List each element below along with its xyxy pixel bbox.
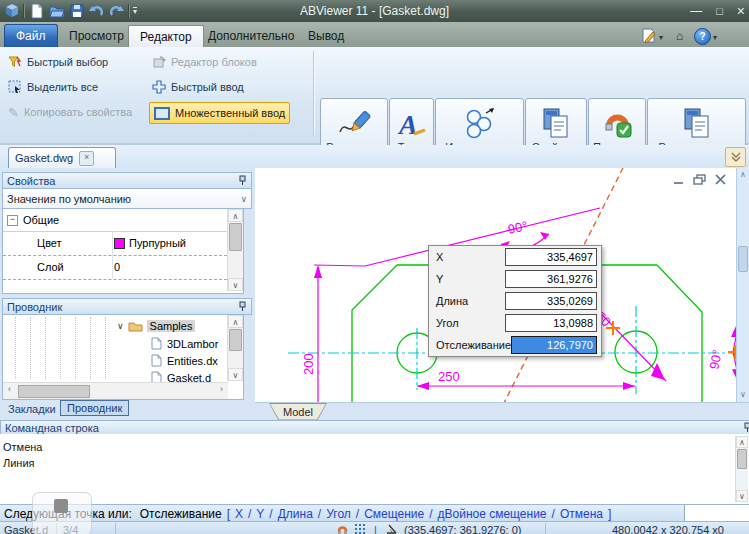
ortho-toggle-icon[interactable]: | bbox=[374, 524, 377, 534]
drawing-area[interactable]: 200 250 Ø50 90° 90° X335,4697 Y361,9276 … bbox=[255, 168, 749, 402]
folder-icon bbox=[128, 319, 143, 332]
color-property-row[interactable]: Цвет Пурпурный bbox=[3, 231, 227, 256]
minimize-button[interactable]: — bbox=[690, 4, 702, 18]
prompt-option-cancel[interactable]: Отмена bbox=[560, 507, 603, 521]
snap-toggle-icon[interactable] bbox=[336, 523, 348, 534]
multiple-input-button[interactable]: Множественный ввод bbox=[149, 102, 290, 124]
scroll-down-icon[interactable]: ∨ bbox=[228, 278, 243, 291]
tab-view[interactable]: Просмотр bbox=[58, 25, 135, 47]
length-value-field[interactable]: 335,0269 bbox=[505, 292, 597, 310]
scrollbar-thumb[interactable] bbox=[229, 329, 242, 351]
scroll-down-icon[interactable]: ∨ bbox=[736, 490, 748, 502]
pin-icon[interactable] bbox=[238, 175, 247, 186]
double-chevron-down-icon bbox=[730, 151, 742, 163]
mdi-window-buttons bbox=[672, 174, 727, 185]
tracking-value-field[interactable]: 126,7970 bbox=[511, 336, 597, 354]
scroll-up-icon[interactable]: ∧ bbox=[228, 315, 243, 328]
tab-bookmarks[interactable]: Закладки bbox=[8, 403, 56, 415]
scroll-right-icon[interactable]: › bbox=[215, 384, 228, 394]
pencil-icon: ✎ bbox=[8, 105, 19, 120]
help-dropdown-icon[interactable]: ▾ bbox=[713, 33, 717, 42]
tree-node-file[interactable]: 3DLambor bbox=[151, 337, 218, 350]
angle-value-field[interactable]: 13,0988 bbox=[505, 314, 597, 332]
title-bar: ▾ ABViewer 11 - [Gasket.dwg] — □ × bbox=[0, 0, 749, 22]
mdi-restore-icon[interactable] bbox=[693, 174, 706, 185]
prompt-option-double-offset[interactable]: дВойное смещение bbox=[438, 507, 547, 521]
quick-input-button[interactable]: Быстрый ввод bbox=[152, 78, 244, 96]
scroll-down-icon[interactable]: ∨ bbox=[228, 368, 243, 381]
tooltip-row: X335,4697 bbox=[429, 246, 601, 268]
properties-panel-header[interactable]: Свойства bbox=[2, 172, 252, 189]
dim-200: 200 bbox=[301, 353, 316, 375]
canvas-vscrollbar[interactable]: ∧ ∨ bbox=[736, 168, 749, 402]
copy-properties-button[interactable]: ✎ Копировать свойства bbox=[8, 103, 132, 121]
properties-scrollbar[interactable]: ∧ ∨ bbox=[227, 209, 243, 291]
command-panel-header[interactable]: Командная строка bbox=[0, 420, 749, 435]
properties-group-row[interactable]: − Общие bbox=[3, 209, 227, 232]
scrollbar-thumb[interactable] bbox=[738, 246, 748, 272]
minimize-ribbon-icon[interactable]: ⌂ bbox=[676, 29, 683, 43]
pin-icon[interactable] bbox=[238, 301, 247, 312]
y-value-field[interactable]: 361,9276 bbox=[505, 270, 597, 288]
angle-toggle-icon[interactable] bbox=[385, 523, 398, 534]
scroll-up-icon[interactable]: ∧ bbox=[737, 169, 749, 181]
tree-node-samples[interactable]: ∨ Samples bbox=[117, 319, 195, 332]
prompt-option-offset[interactable]: Смещение bbox=[364, 507, 424, 521]
scroll-up-icon[interactable]: ∧ bbox=[736, 436, 748, 448]
tab-explorer[interactable]: Проводник bbox=[60, 400, 129, 416]
edit-mode-icon[interactable] bbox=[641, 28, 657, 45]
tab-overflow-button[interactable] bbox=[725, 147, 746, 167]
tree-node-file[interactable]: Entities.dx bbox=[151, 354, 218, 367]
tab-editor[interactable]: Редактор bbox=[128, 25, 204, 48]
select-all-button[interactable]: Выделить все bbox=[8, 78, 98, 96]
collapse-icon[interactable]: − bbox=[7, 215, 18, 226]
mdi-minimize-icon[interactable] bbox=[672, 174, 685, 185]
color-swatch bbox=[114, 238, 125, 249]
edit-mode-dropdown-icon[interactable]: ▾ bbox=[659, 33, 663, 42]
select-all-icon bbox=[8, 80, 22, 94]
file-icon bbox=[151, 337, 162, 350]
command-line: Отмена bbox=[3, 441, 42, 453]
command-prompt-bar: Следующая точка или: Отслеживание [ X / … bbox=[0, 504, 749, 522]
tab-advanced[interactable]: Дополнительно bbox=[197, 25, 305, 47]
scrollbar-thumb[interactable] bbox=[229, 223, 242, 251]
scrollbar-thumb[interactable] bbox=[18, 385, 90, 398]
close-document-icon[interactable]: × bbox=[79, 151, 94, 166]
prompt-option-angle[interactable]: Угол bbox=[326, 507, 351, 521]
tooltip-row: Y361,9276 bbox=[429, 268, 601, 290]
chevron-down-icon[interactable]: ∨ bbox=[117, 321, 124, 331]
plus-icon bbox=[152, 80, 166, 94]
command-scrollbar[interactable]: ∧ ∨ bbox=[735, 436, 748, 502]
quick-select-button[interactable]: Быстрый выбор bbox=[8, 53, 108, 71]
defaults-dropdown[interactable]: Значения по умолчанию ∨ bbox=[2, 188, 252, 209]
document-tab-gasket[interactable]: Gasket.dwg × bbox=[8, 147, 116, 168]
prompt-option-length[interactable]: Длина bbox=[278, 507, 313, 521]
prompt-option-y[interactable]: Y bbox=[256, 507, 264, 521]
explorer-hscrollbar[interactable]: ‹ › bbox=[3, 382, 228, 399]
explorer-vscrollbar[interactable]: ∧ ∨ bbox=[227, 315, 243, 381]
filter-icon bbox=[8, 55, 22, 69]
mdi-close-icon[interactable] bbox=[714, 174, 727, 185]
tab-output[interactable]: Вывод bbox=[297, 25, 355, 47]
pin-icon[interactable] bbox=[743, 422, 749, 433]
scrollbar-thumb[interactable] bbox=[737, 449, 747, 469]
scroll-left-icon[interactable]: ‹ bbox=[3, 384, 16, 394]
scroll-down-icon[interactable]: ∨ bbox=[737, 389, 749, 401]
layer-property-row[interactable]: Слой 0 bbox=[3, 255, 227, 280]
maximize-button[interactable]: □ bbox=[716, 5, 723, 17]
tab-model[interactable]: Model bbox=[269, 403, 327, 420]
edit-documents-icon bbox=[648, 104, 745, 141]
status-extents: 480,0042 x 320,754 x0 bbox=[612, 524, 724, 534]
command-history[interactable]: Отмена Линия ∧ ∨ bbox=[0, 434, 749, 504]
explorer-tree: ∨ Samples 3DLambor Entities.dx Gasket.d … bbox=[2, 314, 244, 400]
scroll-up-icon[interactable]: ∧ bbox=[228, 209, 243, 222]
close-button[interactable]: × bbox=[737, 3, 745, 19]
prompt-input[interactable] bbox=[684, 505, 749, 522]
tab-file[interactable]: Файл bbox=[4, 24, 58, 47]
help-icon[interactable]: ? bbox=[694, 28, 711, 45]
block-editor-button[interactable]: Редактор блоков bbox=[152, 53, 257, 71]
prompt-option-x[interactable]: X bbox=[235, 507, 243, 521]
explorer-panel-header[interactable]: Проводник bbox=[2, 298, 252, 315]
grid-toggle-icon[interactable] bbox=[354, 523, 366, 534]
x-value-field[interactable]: 335,4697 bbox=[505, 248, 597, 266]
